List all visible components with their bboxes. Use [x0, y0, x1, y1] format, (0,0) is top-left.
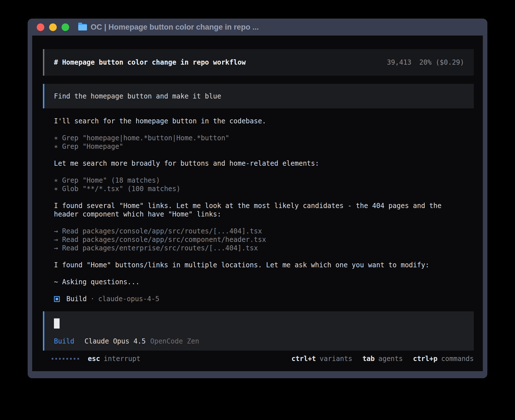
- spinner-dot: [74, 358, 75, 360]
- hint-agents: tab agents: [363, 355, 403, 363]
- agent-status-row: Build · claude-opus-4-5: [43, 295, 474, 303]
- tool-call-group: → Read packages/console/app/src/routes/[…: [43, 227, 474, 252]
- assistant-text: I found "Home" buttons/links in multiple…: [43, 261, 474, 269]
- input-model-label[interactable]: Claude Opus 4.5: [84, 337, 146, 345]
- spinner-dot: [55, 358, 57, 360]
- prompt-input[interactable]: Build Claude Opus 4.5 OpenCode Zen: [43, 311, 474, 351]
- input-agent-label[interactable]: Build: [54, 337, 74, 345]
- session-header: # Homepage button color change in repo w…: [43, 49, 474, 76]
- tool-call-line: ∗ Glob "**/*.tsx" (100 matches): [54, 185, 474, 193]
- token-count: 39,413: [387, 58, 411, 66]
- close-button[interactable]: [37, 23, 44, 31]
- titlebar[interactable]: OC | Homepage button color change in rep…: [28, 19, 487, 36]
- tool-call-line: → Read packages/console/app/src/routes/[…: [54, 227, 474, 235]
- assistant-text: Let me search more broadly for buttons a…: [43, 159, 474, 168]
- agent-model: claude-opus-4-5: [98, 295, 160, 303]
- spinner-dot: [59, 358, 61, 360]
- spinner-dot: [52, 358, 53, 360]
- hint-interrupt: esc interrupt: [88, 355, 140, 363]
- footer-hints-right: ctrl+t variants tab agents ctrl+p comman…: [291, 355, 474, 363]
- key-tab: tab: [363, 355, 375, 363]
- hint-variants-label: variants: [320, 355, 352, 363]
- tool-call-line: ∗ Grep "homepage|home.*button|Home.*butt…: [54, 134, 474, 142]
- tool-call-group: ∗ Grep "homepage|home.*button|Home.*butt…: [43, 134, 474, 151]
- text-cursor: [54, 318, 60, 329]
- agent-separator: ·: [90, 295, 94, 303]
- tool-call-line: → Read packages/enterprise/src/routes/[.…: [54, 244, 474, 252]
- context-usage: 20% ($0.29): [419, 58, 464, 66]
- assistant-text-line: I'll search for the homepage button in t…: [54, 117, 474, 125]
- spinner-dot: [70, 358, 72, 360]
- assistant-text: ~ Asking questions...: [43, 278, 474, 286]
- agent-name: Build: [66, 295, 87, 303]
- input-provider-label: OpenCode Zen: [150, 337, 199, 345]
- assistant-text-line: I found several "Home" links. Let me loo…: [54, 202, 474, 210]
- window-title: OC | Homepage button color change in rep…: [91, 23, 259, 32]
- tool-call-group: ∗ Grep "Home" (18 matches)∗ Glob "**/*.t…: [43, 176, 474, 193]
- assistant-text: I'll search for the homepage button in t…: [43, 117, 474, 125]
- spinner-dot: [63, 358, 64, 360]
- traffic-lights: [37, 23, 69, 31]
- user-message-text: Find the homepage button and make it blu…: [54, 92, 221, 100]
- build-agent-icon: [54, 296, 60, 302]
- window-bottom-bar: [28, 371, 487, 378]
- spinner-dots: [52, 358, 79, 360]
- terminal-content: # Homepage button color change in repo w…: [32, 36, 483, 371]
- assistant-text-line: ~ Asking questions...: [54, 278, 474, 286]
- key-ctrl-p: ctrl+p: [413, 355, 438, 363]
- key-esc: esc: [88, 355, 100, 363]
- key-ctrl-t: ctrl+t: [291, 355, 316, 363]
- assistant-text: I found several "Home" links. Let me loo…: [43, 202, 474, 218]
- hint-interrupt-label: interrupt: [104, 355, 140, 363]
- transcript: I'll search for the homepage button in t…: [43, 117, 474, 286]
- hint-commands: ctrl+p commands: [413, 355, 474, 363]
- status-footer: esc interrupt ctrl+t variants tab agents…: [43, 355, 474, 363]
- hint-agents-label: agents: [378, 355, 403, 363]
- hint-commands-label: commands: [441, 355, 474, 363]
- assistant-text-line: Let me search more broadly for buttons a…: [54, 159, 474, 168]
- assistant-text-line: header component which have "Home" links…: [54, 210, 474, 218]
- assistant-text-line: I found "Home" buttons/links in multiple…: [54, 261, 474, 269]
- input-meta: Build Claude Opus 4.5 OpenCode Zen: [54, 337, 464, 345]
- tool-call-line: → Read packages/console/app/src/componen…: [54, 235, 474, 244]
- session-stats: 39,413 20% ($0.29): [387, 58, 464, 66]
- minimize-button[interactable]: [49, 23, 57, 31]
- spinner-dot: [77, 358, 79, 360]
- zoom-button[interactable]: [62, 23, 69, 31]
- tool-call-line: ∗ Grep "Homepage": [54, 142, 474, 151]
- spinner-dot: [66, 358, 68, 360]
- terminal-window: OC | Homepage button color change in rep…: [28, 19, 487, 378]
- folder-icon: [78, 24, 87, 30]
- hint-variants: ctrl+t variants: [291, 355, 352, 363]
- tool-call-line: ∗ Grep "Home" (18 matches): [54, 176, 474, 185]
- session-title: # Homepage button color change in repo w…: [54, 58, 246, 66]
- user-message: Find the homepage button and make it blu…: [43, 84, 474, 108]
